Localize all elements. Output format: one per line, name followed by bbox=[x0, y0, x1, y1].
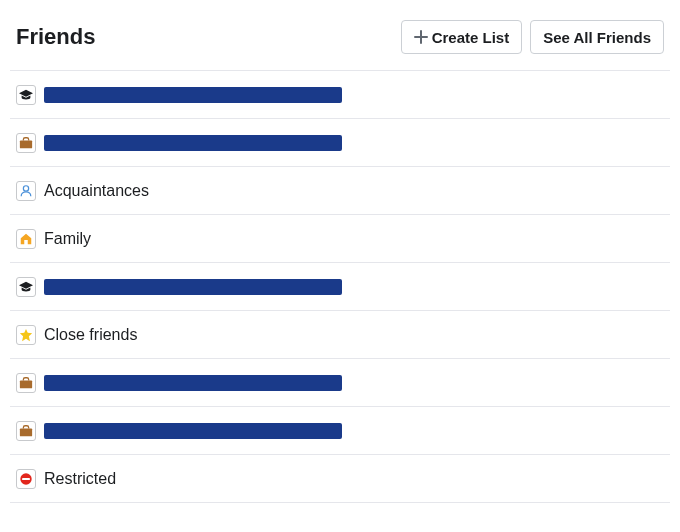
redacted-label bbox=[44, 423, 342, 439]
svg-rect-5 bbox=[22, 477, 30, 479]
work-icon bbox=[16, 373, 36, 393]
svg-point-1 bbox=[23, 185, 28, 190]
svg-rect-2 bbox=[20, 380, 32, 388]
list-item[interactable] bbox=[10, 71, 670, 119]
restricted-icon bbox=[16, 469, 36, 489]
header-actions: Create List See All Friends bbox=[401, 20, 664, 54]
education-icon bbox=[16, 85, 36, 105]
list-item[interactable] bbox=[10, 263, 670, 311]
work-icon bbox=[16, 421, 36, 441]
redacted-label bbox=[44, 375, 342, 391]
see-all-friends-label: See All Friends bbox=[543, 29, 651, 46]
friends-header: Friends Create List See All Friends bbox=[10, 14, 670, 70]
education-icon bbox=[16, 277, 36, 297]
list-item-label: Acquaintances bbox=[44, 182, 149, 200]
list-item[interactable] bbox=[10, 359, 670, 407]
star-icon bbox=[16, 325, 36, 345]
list-item[interactable] bbox=[10, 407, 670, 455]
see-all-friends-button[interactable]: See All Friends bbox=[530, 20, 664, 54]
friend-lists: AcquaintancesFamilyClose friendsRestrict… bbox=[10, 70, 670, 503]
create-list-label: Create List bbox=[432, 29, 510, 46]
create-list-button[interactable]: Create List bbox=[401, 20, 523, 54]
house-icon bbox=[16, 229, 36, 249]
page-title: Friends bbox=[16, 24, 95, 50]
list-item-label: Family bbox=[44, 230, 91, 248]
work-icon bbox=[16, 133, 36, 153]
redacted-label bbox=[44, 279, 342, 295]
list-item[interactable]: Close friends bbox=[10, 311, 670, 359]
svg-rect-3 bbox=[20, 428, 32, 436]
list-item[interactable] bbox=[10, 119, 670, 167]
svg-rect-0 bbox=[20, 140, 32, 148]
redacted-label bbox=[44, 135, 342, 151]
list-item[interactable]: Restricted bbox=[10, 455, 670, 503]
list-item-label: Restricted bbox=[44, 470, 116, 488]
list-item[interactable]: Family bbox=[10, 215, 670, 263]
plus-icon bbox=[414, 30, 428, 44]
list-item-label: Close friends bbox=[44, 326, 137, 344]
redacted-label bbox=[44, 87, 342, 103]
person-icon bbox=[16, 181, 36, 201]
list-item[interactable]: Acquaintances bbox=[10, 167, 670, 215]
